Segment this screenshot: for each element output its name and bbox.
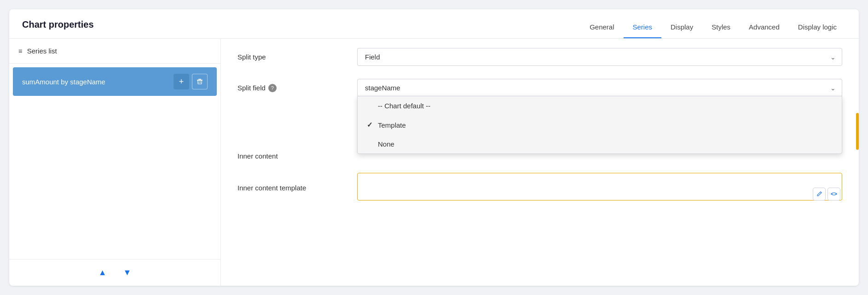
inner-content-template-label: Inner content template	[237, 184, 357, 192]
split-field-control: stageName ⌄ -- Chart default -- ✓ Templa…	[357, 79, 842, 97]
sidebar-header: ≡ Series list	[9, 39, 220, 64]
inner-content-template-wrapper: <>	[357, 173, 842, 202]
split-field-dropdown: -- Chart default -- ✓ Template None	[357, 96, 842, 154]
edit-icon	[816, 191, 822, 197]
svg-rect-1	[198, 79, 201, 80]
edit-template-button[interactable]	[813, 188, 826, 201]
split-type-select[interactable]: Field	[357, 48, 842, 66]
tab-general[interactable]: General	[580, 18, 623, 38]
split-type-row: Split type Field ⌄	[237, 48, 842, 66]
code-button[interactable]: <>	[827, 188, 840, 201]
check-icon-none	[367, 140, 374, 148]
dropdown-item-none[interactable]: None	[358, 135, 842, 153]
dropdown-item-template[interactable]: ✓ Template	[358, 115, 842, 135]
filter-icon: ≡	[18, 47, 23, 55]
tab-series[interactable]: Series	[624, 18, 662, 38]
inner-content-template-row: Inner content template <>	[237, 173, 842, 202]
split-type-label: Split type	[237, 53, 357, 61]
split-field-row: Split field ? stageName ⌄ -- Cha	[237, 79, 842, 97]
code-icon: <>	[831, 191, 837, 197]
dropdown-item-chart-default[interactable]: -- Chart default --	[358, 96, 842, 115]
tab-display-logic[interactable]: Display logic	[789, 18, 846, 38]
series-item[interactable]: sumAmount by stageName +	[13, 67, 217, 96]
textarea-actions: <>	[813, 188, 840, 201]
scroll-indicator[interactable]	[856, 39, 859, 286]
sidebar: ≡ Series list sumAmount by stageName +	[9, 39, 221, 286]
tab-styles[interactable]: Styles	[702, 18, 740, 38]
split-field-help-icon[interactable]: ?	[268, 84, 277, 92]
split-type-select-wrapper: Field ⌄	[357, 48, 842, 66]
series-list-label: Series list	[27, 47, 57, 55]
inner-content-label: Inner content	[237, 152, 357, 160]
add-series-button[interactable]: +	[174, 74, 189, 89]
tab-advanced[interactable]: Advanced	[740, 18, 789, 38]
panel-header: Chart properties General Series Display …	[9, 9, 859, 39]
scroll-thumb	[856, 113, 859, 150]
main-content: Split type Field ⌄ Split field ?	[221, 39, 859, 286]
inner-content-template-textarea[interactable]	[357, 173, 842, 201]
split-field-select-wrapper: stageName ⌄	[357, 79, 842, 97]
delete-series-button[interactable]	[192, 74, 208, 89]
series-item-label: sumAmount by stageName	[22, 78, 174, 86]
chart-properties-panel: Chart properties General Series Display …	[9, 9, 859, 286]
check-icon-chart-default	[367, 102, 374, 110]
tab-display[interactable]: Display	[661, 18, 702, 38]
move-up-button[interactable]: ▲	[95, 266, 110, 279]
panel-body: ≡ Series list sumAmount by stageName +	[9, 39, 859, 286]
series-item-actions: +	[174, 74, 208, 89]
tabs-container: General Series Display Styles Advanced D…	[580, 18, 846, 38]
split-type-control: Field ⌄	[357, 48, 842, 66]
split-field-select[interactable]: stageName	[357, 79, 842, 97]
check-icon-template: ✓	[367, 121, 374, 129]
inner-content-template-control: <>	[357, 173, 842, 202]
trash-icon	[196, 78, 203, 85]
move-down-button[interactable]: ▼	[120, 266, 135, 279]
split-field-label: Split field ?	[237, 84, 357, 92]
panel-title: Chart properties	[22, 19, 94, 37]
sidebar-footer: ▲ ▼	[9, 259, 220, 286]
